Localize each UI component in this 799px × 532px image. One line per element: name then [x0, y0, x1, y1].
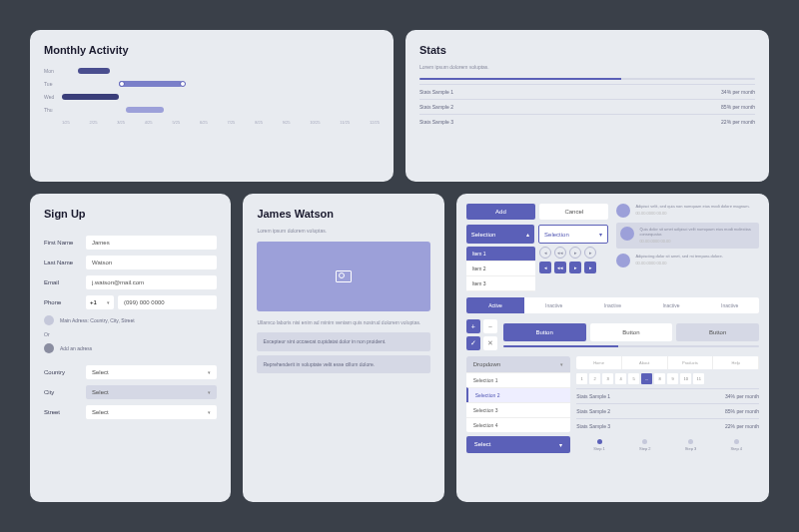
next-icon[interactable]: ▸ — [584, 262, 596, 273]
country-select[interactable]: Select▾ — [86, 365, 217, 379]
nav-tabs: Home About Products Help — [576, 356, 759, 369]
stat-row: Stats Sample 322% per month — [576, 418, 759, 433]
avatar-icon — [616, 254, 630, 267]
tab-active[interactable]: Active — [466, 297, 525, 313]
dropdown-box: Dropdown▾ Selection 1 Selection 2 Select… — [466, 356, 570, 432]
prev-icon[interactable]: ◂ — [539, 247, 551, 259]
avatar-icon — [620, 227, 634, 241]
stepper: Step 1 Step 2 Step 3 Step 4 — [576, 439, 759, 451]
signup-card: Sign Up First Name Last Name Email Phone… — [30, 194, 231, 502]
plus-icon[interactable]: + — [466, 319, 480, 333]
firstname-input[interactable] — [86, 236, 217, 250]
dropdown-item[interactable]: Item 2 — [466, 262, 535, 276]
page-num[interactable]: ... — [641, 373, 652, 384]
monthly-title: Monthly Activity — [44, 44, 380, 56]
minus-icon[interactable]: − — [483, 319, 497, 333]
lastname-input[interactable] — [86, 256, 217, 269]
stats-title: Stats — [419, 44, 755, 56]
tab-inactive[interactable]: Inactive — [524, 297, 583, 313]
prev-icon[interactable]: ◂ — [539, 262, 551, 273]
check-icon[interactable]: ✓ — [466, 336, 480, 350]
dropdown-toggle[interactable]: Dropdown▾ — [466, 356, 570, 372]
profile-card: James Watson Lorem ipsum dolorem volupta… — [243, 194, 443, 502]
stat-row: Stats Sample 322% per month — [419, 114, 755, 129]
monthly-activity-card: Monthly Activity Mon Tue Wed Thu 1/252/2… — [30, 30, 394, 182]
gantt-chart: Mon Tue Wed Thu 1/252/253/254/255/256/25… — [44, 64, 380, 124]
selection-dropdown-outline[interactable]: Selection▾ — [538, 225, 608, 244]
select-button[interactable]: Select▾ — [466, 436, 570, 453]
signup-title: Sign Up — [44, 208, 217, 220]
stat-row: Stats Sample 285% per month — [419, 99, 755, 114]
page-num[interactable]: 1 — [576, 373, 587, 384]
cancel-button[interactable]: Cancel — [539, 204, 608, 220]
dropdown-item[interactable]: Item 3 — [466, 276, 535, 291]
nav-tab[interactable]: Home — [576, 356, 622, 369]
rewind-icon[interactable]: ◂◂ — [554, 247, 566, 259]
page-num[interactable]: 5 — [628, 373, 639, 384]
tab-inactive[interactable]: Inactive — [583, 297, 642, 313]
avatar-icon — [616, 204, 630, 218]
rewind-icon[interactable]: ◂◂ — [554, 262, 566, 273]
comment-item: Quia dolor sit amet adipisci velit numqu… — [616, 223, 759, 249]
step[interactable]: Step 4 — [713, 439, 759, 451]
tab-bar: Active Inactive Inactive Inactive Inacti… — [466, 297, 759, 313]
button-ghost[interactable]: Button — [676, 323, 759, 341]
dropdown-option[interactable]: Selection 4 — [466, 417, 570, 432]
quote-block: Reprehenderit in voluptate velit esse ci… — [257, 355, 429, 374]
page-num[interactable]: 4 — [615, 373, 626, 384]
stat-row: Stats Sample 134% per month — [576, 388, 759, 403]
selection-dropdown-filled[interactable]: Selection▴ — [466, 225, 534, 244]
address-radio-1[interactable]: Main Adress: Country, City, Street — [44, 315, 217, 325]
nav-tab[interactable]: Products — [668, 356, 714, 369]
step[interactable]: Step 2 — [622, 439, 668, 451]
dropdown-option[interactable]: Selection 1 — [466, 372, 570, 387]
email-input[interactable] — [86, 275, 217, 289]
phone-cc-select[interactable]: +1▾ — [86, 295, 114, 309]
add-button[interactable]: Add — [466, 204, 535, 220]
play-icon[interactable]: ▸ — [569, 262, 581, 273]
stat-row: Stats Sample 134% per month — [419, 84, 755, 99]
dropdown-item[interactable]: Item 1 — [466, 247, 535, 262]
tab-inactive[interactable]: Inactive — [700, 297, 759, 313]
profile-name: James Watson — [257, 208, 429, 220]
nav-tab[interactable]: About — [622, 356, 668, 369]
street-select[interactable]: Select▾ — [86, 405, 217, 419]
button-primary[interactable]: Button — [503, 323, 586, 341]
comment-item: Adipisciing dolor sit amet, sed mi tempo… — [616, 254, 759, 267]
stat-row: Stats Sample 285% per month — [576, 403, 759, 418]
nav-tab[interactable]: Help — [713, 356, 759, 369]
address-radio-2[interactable]: Add an adress — [44, 343, 217, 353]
quote-block: Excepteur sint occaecat cupidatat dolor … — [257, 332, 429, 351]
page-num[interactable]: 8 — [654, 373, 665, 384]
button-secondary[interactable]: Button — [590, 323, 673, 341]
play-icon[interactable]: ▸ — [569, 247, 581, 259]
next-icon[interactable]: ▸ — [584, 247, 596, 259]
page-num[interactable]: 11 — [693, 373, 704, 384]
phone-input[interactable] — [118, 295, 217, 309]
page-num[interactable]: 9 — [667, 373, 678, 384]
close-icon[interactable]: ✕ — [483, 336, 497, 350]
tab-inactive[interactable]: Inactive — [642, 297, 701, 313]
page-num[interactable]: 2 — [589, 373, 600, 384]
city-select[interactable]: Select▾ — [86, 385, 217, 399]
controls-card: Add Cancel Selection▴ Selection▾ Item 1 … — [456, 194, 769, 502]
stats-card: Stats Lorem ipsum dolorem voluptas. Stat… — [405, 30, 769, 182]
step[interactable]: Step 3 — [668, 439, 714, 451]
dropdown-option[interactable]: Selection 2 — [466, 387, 570, 402]
comment-item: Adipisci velit, sed quia non numquam eiu… — [616, 204, 759, 218]
dropdown-option[interactable]: Selection 3 — [466, 402, 570, 417]
step[interactable]: Step 1 — [576, 439, 622, 451]
profile-image-placeholder — [257, 242, 429, 311]
image-icon — [336, 270, 352, 282]
page-num[interactable]: 3 — [602, 373, 613, 384]
pagination: 1 2 3 4 5 ... 8 9 10 11 — [576, 373, 759, 384]
page-num[interactable]: 10 — [680, 373, 691, 384]
